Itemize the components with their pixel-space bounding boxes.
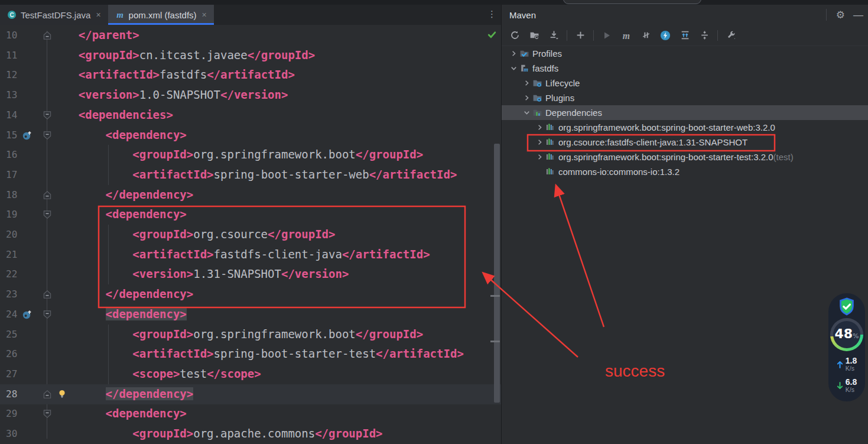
editor-options-kebab-icon[interactable]: ⋮: [487, 12, 496, 17]
code-line-26: 26 <artifactId>spring-boot-starter-test<…: [0, 344, 501, 364]
editor-tab-bar: CTestFastDFS.java×mpom.xml (fastdfs)×⋮: [0, 5, 501, 25]
code-line-20: 20 <groupId>org.csource</groupId>: [0, 225, 501, 245]
skip-tests-button[interactable]: [638, 28, 654, 43]
tree-node-suffix: (test): [773, 152, 794, 162]
toolbar-separator: [717, 30, 718, 41]
tab-close-icon[interactable]: ×: [201, 10, 208, 20]
editor-scrollbar[interactable]: [494, 144, 500, 403]
chevron-right-icon[interactable]: [535, 138, 544, 147]
chevron-down-icon[interactable]: [509, 64, 518, 73]
tree-node-label: org.springframework.boot:spring-boot-sta…: [558, 122, 775, 132]
expand-all-button[interactable]: [677, 28, 693, 43]
editor-tab-1[interactable]: CTestFastDFS.java×: [0, 5, 108, 25]
tree-node-label: org.springframework.boot:spring-boot-sta…: [558, 152, 773, 162]
header-separator: [826, 9, 827, 21]
hide-panel-icon[interactable]: —: [853, 10, 863, 20]
line-number: 18: [6, 185, 17, 205]
library-icon: [545, 137, 555, 147]
folder-check-icon: [519, 48, 529, 59]
code-text: <groupId>org.csource</groupId>: [51, 225, 335, 245]
chev-right-icon: [535, 153, 544, 161]
line-number: 11: [6, 46, 17, 66]
code-text: <dependencies>: [51, 105, 173, 125]
inspection-check-icon[interactable]: [487, 30, 497, 40]
skip-tests-icon: [641, 30, 651, 40]
tree-node-org-springframework-boot-spring-boot-sta[interactable]: org.springframework.boot:spring-boot-sta…: [502, 150, 868, 164]
line-number: 20: [6, 225, 17, 245]
code-line-23: 23 </dependency>: [0, 284, 501, 304]
chevron-down-icon[interactable]: [522, 108, 531, 118]
toggle-offline-mode-button[interactable]: [657, 28, 674, 43]
tree-node-plugins[interactable]: Plugins: [502, 90, 868, 105]
up-arrow-icon: [837, 361, 843, 368]
code-line-17: 17 <artifactId>spring-boot-starter-web</…: [0, 165, 501, 185]
chevron-right-icon[interactable]: [535, 153, 544, 162]
code-text: </dependency>: [51, 284, 193, 304]
monitor-widget[interactable]: 48% 1.8K/s 6.8K/s: [828, 293, 865, 401]
line-number: 19: [6, 205, 17, 225]
code-line-12: 12 <artifactId>fastdfs</artifactId>: [0, 65, 501, 85]
tree-node-label: commons-io:commons-io:1.3.2: [558, 167, 680, 177]
maven-settings-button[interactable]: [723, 28, 739, 43]
chevron-right-icon[interactable]: [522, 93, 531, 103]
tree-node-org-csource-fastdfs-client-java-1-31-sna[interactable]: org.csource:fastdfs-client-java:1.31-SNA…: [502, 135, 868, 150]
svg-text:C: C: [9, 12, 14, 18]
tree-node-org-springframework-boot-spring-boot-sta[interactable]: org.springframework.boot:spring-boot-sta…: [502, 120, 868, 135]
ide-window: CTestFastDFS.java×mpom.xml (fastdfs)×⋮ 1…: [0, 0, 868, 444]
reload-all-maven-projects-button[interactable]: [506, 28, 523, 43]
code-text: </dependency>: [51, 185, 193, 205]
library-icon: [545, 122, 555, 132]
chevron-right-icon[interactable]: [522, 79, 531, 88]
tab-label: TestFastDFS.java: [21, 10, 90, 20]
line-number: 21: [6, 245, 17, 265]
tree-node-profiles[interactable]: Profiles: [502, 46, 868, 61]
generate-sources-button[interactable]: [526, 28, 542, 43]
security-shield-icon: [838, 297, 856, 316]
download-speed: 6.8K/s: [828, 378, 865, 393]
tab-close-icon[interactable]: ×: [95, 10, 102, 20]
tree-node-label: org.csource:fastdfs-client-java:1.31-SNA…: [558, 137, 747, 147]
code-text: <scope>test</scope>: [51, 364, 261, 384]
editor-tab-2[interactable]: mpom.xml (fastdfs)×: [108, 5, 214, 25]
chevron-right-icon[interactable]: [509, 49, 518, 59]
code-text: <groupId>org.apache.commons</groupId>: [51, 424, 383, 444]
chevron-right-icon[interactable]: [535, 123, 544, 132]
folder-gear-icon: [532, 78, 542, 88]
search-everywhere-bar[interactable]: [563, 0, 701, 4]
expand-all-icon: [680, 30, 690, 40]
tree-node-commons-io-commons-io-1-3-2[interactable]: commons-io:commons-io:1.3.2: [502, 164, 868, 179]
download-icon: [549, 30, 559, 40]
settings-gear-icon[interactable]: ⚙: [836, 10, 845, 20]
scrollbar-change-mark: [490, 341, 500, 342]
folder-gear-icon: [532, 93, 542, 103]
line-number: 26: [6, 344, 17, 364]
offline-bolt-icon: [660, 30, 671, 41]
code-text: <version>1.0-SNAPSHOT</version>: [51, 85, 288, 105]
code-text: <groupId>cn.itcast.javaee</groupId>: [51, 46, 315, 66]
run-maven-build-button[interactable]: [599, 28, 615, 43]
maven-gutter-icon[interactable]: [22, 130, 32, 141]
tree-node-label: Profiles: [532, 48, 562, 59]
tree-node-label: fastdfs: [532, 63, 558, 73]
line-number: 24: [6, 304, 17, 325]
chev-down-icon: [522, 108, 531, 117]
library-icon: [545, 167, 555, 177]
tree-node-dependencies[interactable]: Dependencies: [502, 105, 868, 120]
code-line-19: 19 <dependency>: [0, 205, 501, 225]
download-sources-button[interactable]: [545, 28, 562, 43]
code-text: </parent>: [51, 25, 139, 46]
line-number: 15: [6, 125, 17, 145]
collapse-all-icon: [700, 30, 710, 40]
maven-gutter-icon[interactable]: [22, 309, 32, 320]
tree-node-fastdfs[interactable]: mfastdfs: [502, 61, 868, 76]
maven-title: Maven: [509, 10, 536, 20]
code-text: <artifactId>fastdfs</artifactId>: [51, 65, 295, 85]
maven-header: Maven ⚙ —: [502, 5, 868, 25]
maven-module-icon: m: [519, 63, 529, 73]
execute-maven-goal-button[interactable]: m: [618, 28, 635, 43]
code-line-15: 15 <dependency>: [0, 125, 501, 145]
add-maven-project-button[interactable]: [572, 28, 589, 43]
tree-node-label: Plugins: [545, 93, 574, 103]
collapse-all-button[interactable]: [696, 28, 713, 43]
tree-node-lifecycle[interactable]: Lifecycle: [502, 76, 868, 90]
